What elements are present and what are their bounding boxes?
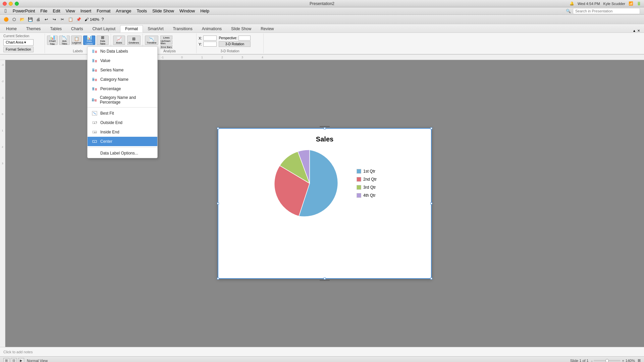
apple-menu[interactable]:  [1,7,10,14]
pie-chart[interactable] [273,146,346,220]
qa-new[interactable]: ⬡ [11,16,17,23]
error-bars-btn[interactable]: Error Bars [160,45,172,49]
three-d-rotation-btn[interactable]: 3-D Rotation [219,41,251,47]
zoom-in-btn[interactable]: + [622,359,624,362]
menu-format[interactable]: Format [94,7,113,14]
menu-item-category-name-percentage[interactable]: abc% Category Name and Percentage [88,94,157,106]
qa-undo[interactable]: ↩ [43,16,50,23]
menu-tools[interactable]: Tools [134,7,150,14]
menu-item-value[interactable]: 1 Value [88,56,157,65]
resize-handle-bm[interactable] [324,278,326,280]
menu-view[interactable]: View [63,7,78,14]
menu-item-series-name[interactable]: abc Series Name [88,65,157,75]
updown-bars-btn[interactable]: Up/Down Bars [160,40,172,44]
menu-item-percentage[interactable]: % Percentage [88,84,157,94]
current-selection-box[interactable]: Chart Area ▾ [3,39,34,46]
percentage-icon: % [92,86,98,92]
tab-format[interactable]: Format [120,25,143,33]
resize-handle-bl[interactable] [217,278,219,280]
minimize-button[interactable] [9,2,13,6]
legend-color-4qtr [357,193,361,198]
menu-arrange[interactable]: Arrange [113,7,134,14]
window-controls[interactable] [3,2,19,6]
resize-handle-tr[interactable] [430,127,432,129]
qa-print[interactable]: 🖨 [35,16,42,23]
tab-themes[interactable]: Themes [21,25,45,33]
lines-btn[interactable]: Lines [160,36,172,40]
search-input[interactable] [573,8,640,14]
perspective-input[interactable] [238,36,251,41]
fit-window-btn[interactable]: ⊠ [638,358,641,362]
zoom-slider[interactable] [594,360,621,361]
data-table-btn[interactable]: ⊞ DataTable [97,36,109,45]
svg-text:abc: abc [93,79,95,80]
qa-format-painter[interactable]: 🖌 [83,16,90,23]
menu-file[interactable]: File [38,7,50,14]
menu-item-inside-end[interactable]: A A Inside End [88,127,157,137]
quick-access-toolbar: 🟠 ⬡ 📂 💾 🖨 ↩ ↪ ✂ 📋 📌 🖌 140% ? [0,15,644,24]
legend-btn[interactable]: 📋 Legend [71,36,82,45]
ribbon-collapse-btn[interactable]: ▲ [633,29,636,33]
menu-powerpoint[interactable]: PowerPoint [10,7,38,14]
gridlines-btn[interactable]: ⊞ Gridlines [127,36,141,45]
menu-slideshow[interactable]: Slide Show [150,7,177,14]
qa-help[interactable]: ? [99,16,106,23]
resize-handle-tm[interactable] [324,127,326,129]
tab-slideshow[interactable]: Slide Show [226,25,256,33]
trendline-btn[interactable]: 📉 Trendline [145,36,158,45]
menu-item-category-name[interactable]: abc Category Name [88,75,157,84]
menu-item-no-data-labels[interactable]: No Data Labels [88,47,157,56]
menu-item-best-fit[interactable]: Best Fit [88,109,157,118]
notification-icon[interactable]: 🔔 [570,1,574,6]
menu-window[interactable]: Window [177,7,198,14]
data-labels-btn[interactable]: 📊 DataLabels [83,36,95,45]
normal-view-btn[interactable]: ⊞ [3,358,9,362]
x-input[interactable] [203,36,217,41]
legend-color-2qtr [357,177,361,182]
menu-edit[interactable]: Edit [50,7,63,14]
resize-handle-tl[interactable] [217,127,219,129]
qa-open[interactable]: 📂 [19,16,25,23]
tab-animations[interactable]: Animations [197,25,226,33]
qa-save[interactable]: 💾 [27,16,34,23]
menu-item-data-label-options[interactable]: Data Label Options... [88,148,157,158]
tab-chart-layout[interactable]: Chart Layout [88,25,120,33]
ribbon-expand-btn[interactable]: ✕ [637,29,640,33]
window-title: Presentation2 [310,1,334,6]
qa-redo[interactable]: ↪ [51,16,58,23]
data-label-options-icon [92,150,98,156]
y-input[interactable] [203,42,217,47]
notes-bar[interactable]: Click to add notes [0,347,644,356]
chart-title-btn[interactable]: 📊 ChartTitle [47,36,58,45]
zoom-thumb[interactable] [605,359,609,362]
system-time: Wed 4:54 PM [578,2,600,6]
tab-smartart[interactable]: SmartArt [143,25,168,33]
tab-charts[interactable]: Charts [66,25,88,33]
tab-home[interactable]: Home [1,25,21,33]
resize-handle-br[interactable] [430,278,432,280]
tab-tables[interactable]: Tables [45,25,66,33]
legend-color-3qtr [357,185,361,190]
zoom-out-btn[interactable]: - [591,359,593,362]
qa-paste[interactable]: 📌 [75,16,82,23]
presenter-view-btn[interactable]: ▶ [18,358,24,362]
legend-item-3qtr: 3rd Qtr [357,185,377,190]
menu-item-outside-end[interactable]: A A Outside End [88,118,157,127]
axis-titles-btn[interactable]: 📉 AxisTitles [59,36,70,45]
qa-cut[interactable]: ✂ [59,16,66,23]
menu-insert[interactable]: Insert [78,7,94,14]
menu-item-center[interactable]: A Center [88,137,157,146]
resize-handle-mr[interactable] [430,202,432,204]
menu-help[interactable]: Help [198,7,212,14]
close-button[interactable] [3,2,7,6]
maximize-button[interactable] [15,2,19,6]
axes-btn[interactable]: 📈 Axes [113,36,125,45]
format-selection-btn[interactable]: Format Selection [3,47,34,52]
slide-sorter-btn[interactable]: ⊟ [11,358,17,362]
svg-text:abc%: abc% [92,100,95,101]
qa-copy[interactable]: 📋 [67,16,74,23]
tab-transitions[interactable]: Transitions [168,25,197,33]
slide[interactable]: Sales [218,128,432,279]
tab-review[interactable]: Review [256,25,278,33]
resize-handle-ml[interactable] [217,202,219,204]
